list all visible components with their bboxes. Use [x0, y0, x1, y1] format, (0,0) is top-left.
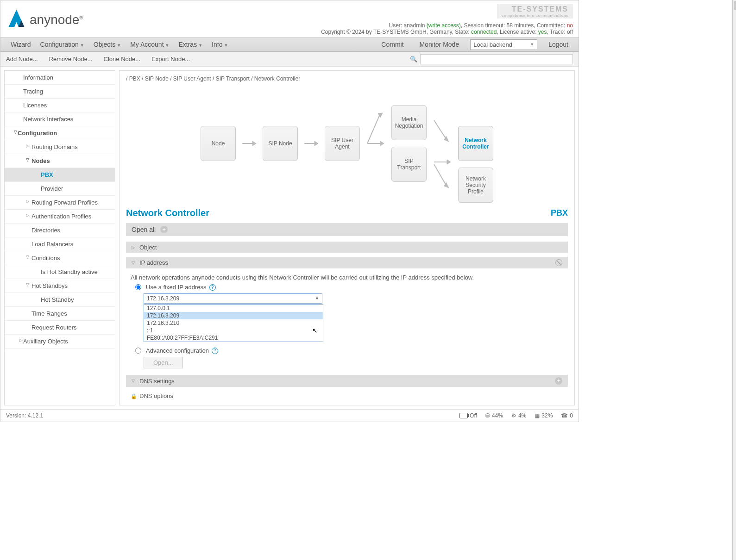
menu-wizard[interactable]: Wizard [6, 38, 36, 51]
stat-0: ☎0 [561, 412, 573, 419]
page-subtitle: PBX [551, 208, 568, 218]
sidebar-item[interactable]: Directories [5, 224, 115, 237]
header: anynode® TE-SYSTEMScompetence in e-commu… [0, 0, 579, 37]
sidebar-item[interactable]: Load Balancers [5, 237, 115, 251]
sidebar-item[interactable]: Provider [5, 182, 115, 196]
header-right: TE-SYSTEMScompetence in e-communications… [321, 4, 573, 35]
ip-option[interactable]: 172.16.3.209 [144, 312, 323, 319]
diag-sipnode[interactable]: SIP Node [263, 126, 298, 161]
expand-icon: ▷ [19, 338, 23, 342]
sidebar-item-label: Time Ranges [31, 310, 67, 317]
chevron-down-icon: ▽ [132, 261, 135, 265]
ip-option[interactable]: 127.0.0.1 [144, 305, 323, 312]
expand-icon: ▽ [26, 255, 29, 259]
sidebar-item-label: Licenses [23, 102, 47, 109]
commit-button[interactable]: Commit [377, 38, 408, 51]
ip-option[interactable]: ::1 [144, 327, 323, 334]
sidebar-item-label: Directories [31, 227, 60, 234]
sidebar-item[interactable]: ▷Authentication Profiles [5, 210, 115, 224]
ip-option[interactable]: 172.16.3.210 [144, 319, 323, 327]
sidebar-item[interactable]: Tracing [5, 85, 115, 99]
lock-icon: 🔒 [131, 393, 137, 399]
breadcrumb[interactable]: / PBX / SIP Node / SIP User Agent / SIP … [126, 75, 568, 82]
sidebar-item[interactable]: Licenses [5, 99, 115, 112]
add-node-button[interactable]: Add Node... [6, 56, 38, 62]
sidebar-item[interactable]: Request Routers [5, 321, 115, 335]
section-ip[interactable]: ▽ IP address [126, 257, 568, 268]
stat-32: ▦32% [535, 412, 553, 419]
menu-objects[interactable]: Objects▼ [89, 38, 126, 51]
sidebar-item[interactable]: ▽Hot Standbys [5, 279, 115, 293]
svg-line-4 [367, 116, 379, 143]
expand-icon: ▷ [26, 213, 29, 218]
brand-text: anynode® [30, 12, 83, 27]
sidebar-item-label: Request Routers [31, 324, 77, 331]
sidebar-item-label: Is Hot Standby active [41, 268, 98, 275]
section-dns[interactable]: ▽ DNS settings + [126, 375, 568, 387]
sidebar-item[interactable]: ▷Routing Forward Profiles [5, 196, 115, 210]
help-icon[interactable]: ? [209, 284, 216, 291]
section-object[interactable]: ▷ Object [126, 242, 568, 253]
main-panel: / PBX / SIP Node / SIP User Agent / SIP … [119, 70, 575, 405]
sidebar: InformationTracingLicensesNetwork Interf… [4, 70, 115, 405]
logo-icon [6, 9, 27, 31]
expand-icon: ▽ [26, 157, 29, 162]
arrow-icon [433, 83, 452, 204]
remove-node-button[interactable]: Remove Node... [49, 56, 93, 62]
sidebar-item-label: Configuration [18, 130, 57, 137]
sidebar-item-label: Hot Standbys [31, 282, 68, 289]
logout-button[interactable]: Logout [544, 38, 573, 51]
sidebar-item[interactable]: ▷Auxiliary Objects [5, 335, 115, 348]
backend-select[interactable]: Local backend▼ [470, 39, 537, 50]
menu-extras[interactable]: Extras▼ [174, 38, 207, 51]
diag-netctrl[interactable]: Network Controller [458, 126, 493, 161]
diagram: Node SIP Node SIP User Agent Media Negot… [126, 86, 568, 206]
sidebar-item[interactable]: ▽Nodes [5, 154, 115, 168]
diag-sipua[interactable]: SIP User Agent [325, 126, 360, 161]
expand-icon: ▽ [26, 282, 29, 287]
sidebar-item-label: Auxiliary Objects [23, 338, 68, 345]
sidebar-item[interactable]: Is Hot Standby active [5, 265, 115, 279]
sidebar-item-label: Nodes [31, 157, 50, 164]
menu-myaccount[interactable]: My Account▼ [126, 38, 174, 51]
ip-option[interactable]: FE80::A00:27FF:FE3A:C291 [144, 334, 323, 342]
monitor-mode-button[interactable]: Monitor Mode [415, 38, 464, 51]
battery-icon [459, 413, 468, 418]
sidebar-item[interactable]: PBX [5, 168, 115, 182]
sidebar-item[interactable]: Time Ranges [5, 307, 115, 321]
menu-info[interactable]: Info▼ [207, 38, 233, 51]
sidebar-item[interactable]: Hot Standby [5, 293, 115, 307]
label-advanced: Advanced configuration [146, 347, 209, 354]
open-all-bar[interactable]: Open all + [126, 223, 568, 236]
diag-node[interactable]: Node [201, 126, 236, 161]
sidebar-item[interactable]: ▽Configuration [5, 126, 115, 140]
sidebar-item-label: Provider [41, 185, 63, 192]
sidebar-item-label: Routing Domains [31, 143, 78, 150]
svg-marker-11 [447, 160, 451, 164]
export-node-button[interactable]: Export Node... [151, 56, 190, 62]
menu-configuration[interactable]: Configuration▼ [36, 38, 89, 51]
sidebar-item[interactable]: ▽Conditions [5, 251, 115, 265]
help-icon[interactable]: ? [212, 348, 218, 354]
diag-media[interactable]: Media Negotiation [391, 105, 427, 140]
radio-fixed-ip[interactable] [135, 284, 141, 290]
search-input[interactable] [420, 54, 573, 64]
sidebar-item-label: Authentication Profiles [31, 213, 91, 220]
radio-advanced[interactable] [135, 348, 141, 354]
diag-netsec[interactable]: Network Security Profile [458, 168, 493, 203]
footer: Version: 4.12.1 Off ⛁44% ⚙4% ▦32% ☎0 [0, 409, 579, 422]
sidebar-item-label: Conditions [31, 255, 60, 261]
search-icon[interactable]: 🔍 [410, 56, 417, 62]
page-title: Network Controller [126, 208, 209, 218]
dns-options-label: DNS options [139, 392, 173, 399]
open-button[interactable]: Open... [144, 357, 183, 368]
diag-siptrans[interactable]: SIP Transport [391, 147, 427, 182]
ip-select[interactable]: 172.16.3.209 ▼ 127.0.0.1 172.16.3.209 17… [144, 293, 322, 304]
clone-node-button[interactable]: Clone Node... [104, 56, 141, 62]
svg-line-8 [434, 120, 446, 139]
sidebar-item[interactable]: Information [5, 71, 115, 85]
stat-44: ⛁44% [485, 412, 503, 419]
sidebar-item-label: Network Interfaces [23, 116, 73, 123]
sidebar-item[interactable]: ▷Routing Domains [5, 140, 115, 154]
sidebar-item[interactable]: Network Interfaces [5, 112, 115, 126]
